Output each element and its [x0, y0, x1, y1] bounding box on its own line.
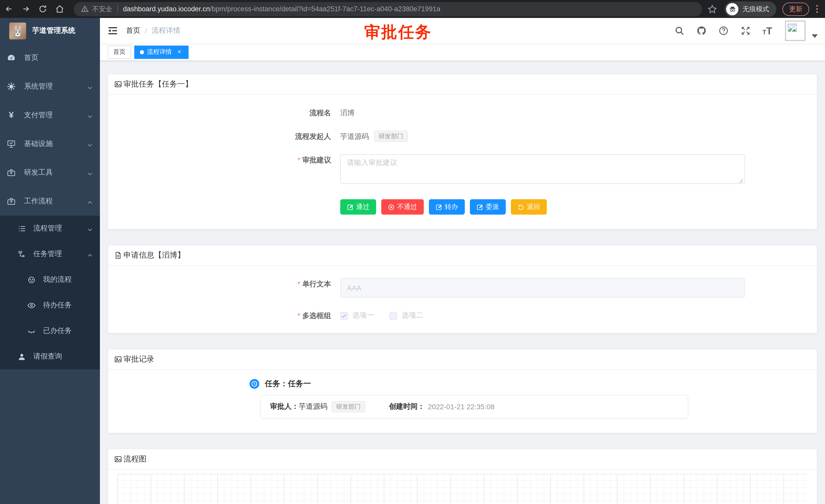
gear-icon	[7, 82, 16, 91]
card-header: 审批任务【任务一】	[108, 74, 817, 95]
bpmn-diagram-canvas[interactable]	[117, 474, 808, 504]
suggest-label: 审批建议	[108, 154, 337, 165]
dashboard-icon	[7, 53, 16, 63]
page-content: 审批任务【任务一】 流程名 滔博 流程发起人 芋道源码 研发部门	[100, 61, 825, 504]
url-path: /bpm/process-instance/detail?id=54aa251f…	[210, 5, 440, 13]
created-time-value: 2022-01-21 22:35:08	[428, 403, 495, 411]
font-size-icon[interactable]: TT	[762, 26, 775, 35]
checkbox-checked-icon	[340, 312, 348, 319]
chevron-down-icon	[87, 141, 93, 147]
checkbox-group: 选项一 选项二	[340, 310, 423, 320]
monitor-icon	[7, 139, 16, 149]
single-text-row: 单行文本	[108, 278, 817, 298]
user-icon	[17, 352, 26, 361]
sidebar-item-devtools[interactable]: 研发工具	[0, 158, 100, 187]
card-title: 审批记录	[124, 354, 154, 364]
document-icon	[114, 251, 122, 259]
sidebar-item-home[interactable]: 首页	[0, 44, 100, 72]
insecure-label[interactable]: 不安全	[92, 4, 112, 14]
incognito-badge: 无痕模式	[725, 1, 776, 17]
sidebar-item-label: 系统管理	[24, 82, 53, 91]
sidebar-item-label: 任务管理	[33, 249, 62, 259]
main-area: 首页 / 流程详情 审批任务 TT 首页	[100, 18, 825, 504]
help-icon[interactable]	[719, 26, 729, 36]
search-icon[interactable]	[674, 26, 685, 36]
broken-image-icon	[786, 22, 798, 33]
card-title: 审批任务【任务一】	[124, 79, 193, 89]
github-icon[interactable]	[696, 26, 706, 36]
tab-close-icon[interactable]: ×	[176, 49, 183, 56]
suggest-textarea[interactable]	[340, 154, 745, 184]
sidebar-item-infra[interactable]: 基础设施	[0, 130, 100, 158]
tab-home[interactable]: 首页	[107, 45, 131, 59]
insecure-warning-icon[interactable]	[81, 5, 89, 13]
sidebar-item-my-process[interactable]: 我的流程	[0, 267, 100, 292]
approval-timeline: 任务：任务一 审批人： 芋道源码 研发部门 创建时间： 2022-01-21 2…	[249, 379, 817, 418]
sidebar: 🐰 芋道管理系统 首页 系统管理 ¥ 支付管理 基础设施	[0, 18, 100, 504]
sidebar-logo[interactable]: 🐰 芋道管理系统	[0, 18, 100, 44]
briefcase-icon	[7, 197, 16, 206]
chevron-down-icon	[87, 226, 93, 231]
sidebar-item-label: 支付管理	[24, 111, 53, 120]
forward-icon[interactable]	[20, 3, 31, 15]
eye-closed-icon	[27, 327, 36, 335]
approve-button[interactable]: 通过	[340, 199, 376, 215]
sidebar-item-todo-tasks[interactable]: 待办任务	[0, 292, 100, 318]
record-detail-box: 审批人： 芋道源码 研发部门 创建时间： 2022-01-21 22:35:08	[260, 395, 688, 418]
breadcrumb-home[interactable]: 首页	[126, 26, 140, 35]
picture-icon	[114, 80, 122, 88]
fullscreen-icon[interactable]	[740, 26, 751, 36]
approver-name: 芋道源码	[299, 402, 327, 411]
reload-icon[interactable]	[37, 3, 48, 15]
back-icon[interactable]	[3, 3, 14, 15]
created-time-label: 创建时间：	[389, 402, 425, 411]
resize-grip-icon[interactable]	[738, 178, 744, 183]
sidebar-item-workflow[interactable]: 工作流程	[0, 187, 100, 216]
chevron-down-icon	[87, 112, 93, 118]
node-tree-icon	[17, 250, 26, 258]
top-navbar: 首页 / 流程详情 审批任务 TT	[100, 18, 825, 44]
apply-info-card: 申请信息【滔博】 单行文本 多选框组 选项一	[107, 245, 817, 333]
chevron-down-icon	[87, 84, 93, 89]
breadcrumb-current: 流程详情	[152, 26, 180, 35]
yen-icon: ¥	[7, 111, 16, 120]
delegate-button[interactable]: 委派	[470, 199, 506, 215]
return-button[interactable]: 退回	[511, 199, 547, 215]
home-icon[interactable]	[54, 3, 65, 15]
avatar[interactable]	[785, 20, 806, 41]
reject-button[interactable]: 不通过	[381, 199, 424, 215]
sidebar-collapse-icon[interactable]	[107, 26, 118, 36]
bookmark-star-icon[interactable]	[707, 4, 718, 14]
address-bar[interactable]: 不安全 dashboard.yudao.iocoder.cn/bpm/proce…	[74, 2, 702, 16]
sidebar-item-task-mgmt[interactable]: 任务管理	[0, 241, 100, 267]
sidebar-item-system[interactable]: 系统管理	[0, 72, 100, 101]
checkbox-option2-label: 选项二	[402, 311, 423, 320]
approval-record-card: 审批记录 任务：任务一 审批人： 芋道源码 研发部门	[107, 349, 817, 433]
sidebar-item-label: 待办任务	[43, 301, 72, 310]
card-header: 审批记录	[108, 349, 817, 370]
approval-actions: 通过 不通过 转办 委	[340, 198, 817, 215]
single-text-label: 单行文本	[108, 278, 337, 289]
sidebar-item-label: 流程管理	[33, 224, 62, 233]
url-text[interactable]: dashboard.yudao.iocoder.cn/bpm/process-i…	[123, 5, 440, 13]
tab-process-detail[interactable]: 流程详情 ×	[134, 45, 189, 59]
browser-menu-icon[interactable]	[814, 3, 820, 15]
process-name-label: 流程名	[108, 107, 337, 118]
transfer-button[interactable]: 转办	[429, 199, 465, 215]
sidebar-item-process-mgmt[interactable]: 流程管理	[0, 216, 100, 241]
sidebar-item-label: 已办任务	[43, 326, 72, 335]
browser-toolbar: 不安全 dashboard.yudao.iocoder.cn/bpm/proce…	[0, 0, 825, 18]
sidebar-item-payment[interactable]: ¥ 支付管理	[0, 101, 100, 130]
workflow-submenu: 流程管理 任务管理 我的流程 待办任务 已办	[0, 216, 100, 369]
annotation-title: 审批任务	[364, 21, 432, 43]
sidebar-item-done-tasks[interactable]: 已办任务	[0, 318, 100, 344]
logo-rabbit-image: 🐰	[9, 22, 26, 39]
chrome-update-button[interactable]: 更新	[782, 2, 809, 16]
card-header: 申请信息【滔博】	[108, 245, 817, 266]
picture-icon	[114, 355, 122, 363]
avatar-caret-icon[interactable]	[812, 34, 818, 37]
face-icon	[27, 275, 36, 284]
task-title: 任务：任务一	[265, 379, 311, 389]
sidebar-item-leave-query[interactable]: 请假查询	[0, 344, 100, 369]
checkbox-group-label: 多选框组	[108, 310, 337, 321]
